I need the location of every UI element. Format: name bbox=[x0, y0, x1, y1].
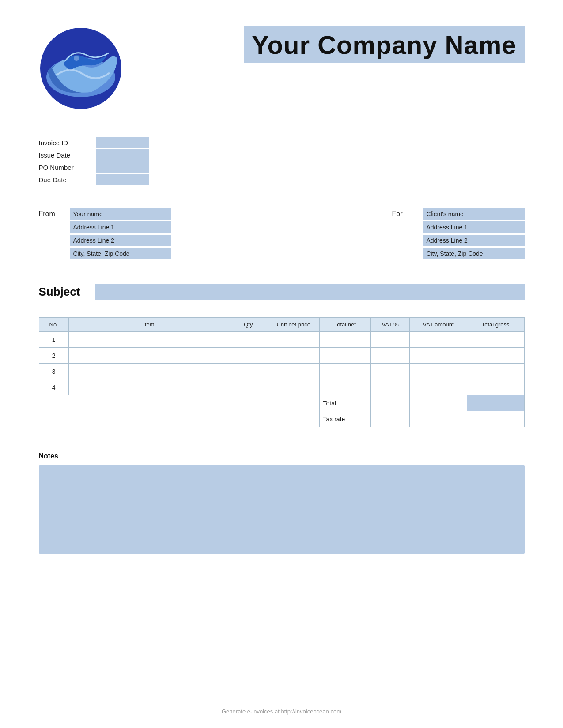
meta-row-po-number: PO Number bbox=[39, 161, 525, 173]
meta-row-invoice-id: Invoice ID bbox=[39, 137, 525, 148]
subject-section: Subject bbox=[39, 284, 525, 300]
col-header-total-net: Total net bbox=[319, 318, 371, 332]
for-address1-field[interactable]: Address Line 1 bbox=[423, 221, 525, 233]
row4-total-gross[interactable] bbox=[467, 379, 524, 395]
tax-rate-row: Tax rate bbox=[39, 411, 524, 427]
row3-total-net[interactable] bbox=[319, 364, 371, 379]
invoice-id-field[interactable] bbox=[96, 137, 149, 148]
row1-total-gross[interactable] bbox=[467, 332, 524, 348]
po-number-label: PO Number bbox=[39, 164, 96, 171]
tax-rate-label: Tax rate bbox=[319, 411, 371, 427]
tax-empty-1 bbox=[39, 411, 268, 427]
svg-point-2 bbox=[74, 56, 79, 61]
col-header-unit-net-price: Unit net price bbox=[268, 318, 319, 332]
for-address2-field[interactable]: Address Line 2 bbox=[423, 235, 525, 246]
row4-unit-net[interactable] bbox=[268, 379, 319, 395]
row2-unit-net[interactable] bbox=[268, 348, 319, 364]
col-header-total-gross: Total gross bbox=[467, 318, 524, 332]
row1-vat-pct[interactable] bbox=[371, 332, 410, 348]
tax-rate-vat-pct[interactable] bbox=[371, 411, 410, 427]
row1-vat-amount[interactable] bbox=[410, 332, 467, 348]
col-header-qty: Qty bbox=[229, 318, 268, 332]
meta-row-due-date: Due Date bbox=[39, 174, 525, 185]
table-row: 4 bbox=[39, 379, 524, 395]
row3-qty[interactable] bbox=[229, 364, 268, 379]
logo-circle bbox=[39, 26, 123, 110]
row1-qty[interactable] bbox=[229, 332, 268, 348]
total-vat-amount[interactable] bbox=[410, 395, 467, 411]
tax-rate-vat-amount[interactable] bbox=[410, 411, 467, 427]
logo-area bbox=[39, 26, 136, 110]
invoice-meta: Invoice ID Issue Date PO Number Due Date bbox=[39, 137, 525, 186]
issue-date-field[interactable] bbox=[96, 149, 149, 161]
col-header-item: Item bbox=[68, 318, 229, 332]
row4-no[interactable]: 4 bbox=[39, 379, 68, 395]
from-label: From bbox=[39, 208, 61, 218]
row4-total-net[interactable] bbox=[319, 379, 371, 395]
company-name[interactable]: Your Company Name bbox=[244, 26, 524, 63]
col-header-vat-pct: VAT % bbox=[371, 318, 410, 332]
row2-qty[interactable] bbox=[229, 348, 268, 364]
from-address2-field[interactable]: Address Line 2 bbox=[70, 235, 171, 246]
issue-date-label: Issue Date bbox=[39, 151, 96, 159]
row2-vat-pct[interactable] bbox=[371, 348, 410, 364]
from-address1-field[interactable]: Address Line 1 bbox=[70, 221, 171, 233]
total-gross-value[interactable] bbox=[467, 395, 524, 411]
row2-no[interactable]: 2 bbox=[39, 348, 68, 364]
row3-total-gross[interactable] bbox=[467, 364, 524, 379]
table-row: 2 bbox=[39, 348, 524, 364]
col-header-no: No. bbox=[39, 318, 68, 332]
row1-no[interactable]: 1 bbox=[39, 332, 68, 348]
row2-total-net[interactable] bbox=[319, 348, 371, 364]
invoice-table: No. Item Qty Unit net price Total net VA… bbox=[39, 317, 525, 427]
notes-divider bbox=[39, 445, 525, 445]
col-header-vat-amount: VAT amount bbox=[410, 318, 467, 332]
row1-unit-net[interactable] bbox=[268, 332, 319, 348]
row4-vat-amount[interactable] bbox=[410, 379, 467, 395]
total-empty-2 bbox=[268, 395, 319, 411]
row4-qty[interactable] bbox=[229, 379, 268, 395]
row1-total-net[interactable] bbox=[319, 332, 371, 348]
row2-vat-amount[interactable] bbox=[410, 348, 467, 364]
total-row: Total bbox=[39, 395, 524, 411]
footer-text: Generate e-invoices at http://invoiceoce… bbox=[222, 708, 341, 715]
for-city-field[interactable]: City, State, Zip Code bbox=[423, 248, 525, 259]
row3-item[interactable] bbox=[68, 364, 229, 379]
from-fields: Your name Address Line 1 Address Line 2 … bbox=[70, 208, 171, 259]
subject-field[interactable] bbox=[95, 284, 525, 300]
notes-label: Notes bbox=[39, 452, 525, 460]
row2-total-gross[interactable] bbox=[467, 348, 524, 364]
row3-no[interactable]: 3 bbox=[39, 364, 68, 379]
row4-vat-pct[interactable] bbox=[371, 379, 410, 395]
invoice-id-label: Invoice ID bbox=[39, 139, 96, 146]
company-name-area: Your Company Name bbox=[244, 26, 524, 68]
due-date-field[interactable] bbox=[96, 174, 149, 185]
footer: Generate e-invoices at http://invoiceoce… bbox=[0, 708, 563, 715]
logo-icon bbox=[39, 26, 123, 110]
tax-rate-gross[interactable] bbox=[467, 411, 524, 427]
meta-row-issue-date: Issue Date bbox=[39, 149, 525, 161]
notes-field[interactable] bbox=[39, 465, 525, 554]
total-label: Total bbox=[319, 395, 371, 411]
row3-unit-net[interactable] bbox=[268, 364, 319, 379]
row4-item[interactable] bbox=[68, 379, 229, 395]
header: Your Company Name bbox=[39, 26, 525, 110]
row3-vat-pct[interactable] bbox=[371, 364, 410, 379]
po-number-field[interactable] bbox=[96, 161, 149, 173]
table-row: 1 bbox=[39, 332, 524, 348]
row1-item[interactable] bbox=[68, 332, 229, 348]
tax-empty-2 bbox=[268, 411, 319, 427]
total-empty-1 bbox=[39, 395, 268, 411]
from-name-field[interactable]: Your name bbox=[70, 208, 171, 220]
for-name-field[interactable]: Client's name bbox=[423, 208, 525, 220]
for-fields: Client's name Address Line 1 Address Lin… bbox=[423, 208, 525, 259]
due-date-label: Due Date bbox=[39, 176, 96, 184]
row2-item[interactable] bbox=[68, 348, 229, 364]
for-block: For Client's name Address Line 1 Address… bbox=[392, 208, 525, 259]
row3-vat-amount[interactable] bbox=[410, 364, 467, 379]
address-section: From Your name Address Line 1 Address Li… bbox=[39, 208, 525, 259]
from-city-field[interactable]: City, State, Zip Code bbox=[70, 248, 171, 259]
table-row: 3 bbox=[39, 364, 524, 379]
total-vat-pct[interactable] bbox=[371, 395, 410, 411]
from-block: From Your name Address Line 1 Address Li… bbox=[39, 208, 171, 259]
